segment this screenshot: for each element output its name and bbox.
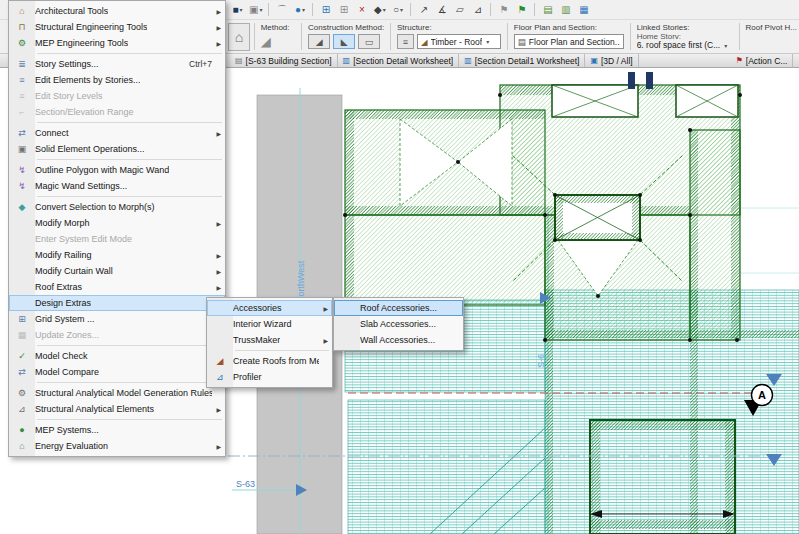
menu-item-label: Magic Wand Settings...	[35, 181, 127, 191]
floor-plan-panel: Floor Plan and Section: ▤ Floor Plan and…	[512, 22, 626, 51]
dropdown-caret-icon: ▾	[383, 6, 386, 13]
tab-section-detail-worksheet[interactable]: ▥[Section Detail Worksheet]	[338, 54, 460, 67]
tab-label: [Section Detail1 Worksheet]	[475, 56, 580, 66]
menu-item-enter-system-edit-mode[interactable]: Enter System Edit Mode	[9, 231, 225, 247]
project-folder-button[interactable]: ▥	[557, 1, 574, 18]
archicad-window: { "glyphs": { "dropdown_caret": "▾", "su…	[0, 0, 799, 534]
tab-3d-all[interactable]: ▣[3D / All]	[585, 54, 638, 67]
dropdown-caret-icon: ▾	[724, 42, 727, 49]
gradient-fill-button[interactable]: ●▾	[291, 1, 308, 18]
divider	[390, 23, 391, 50]
menu-item-design-extras[interactable]: Design Extras▶	[9, 295, 225, 311]
arc-tool-button[interactable]: ⌒	[273, 1, 290, 18]
tab-section-detail1-worksheet[interactable]: ▥[Section Detail1 Worksheet]	[459, 54, 585, 67]
menu-item-label: Design Extras	[35, 298, 91, 308]
roof-plane[interactable]	[345, 215, 545, 305]
structure-select[interactable]: ◢ Timber - Roof ▾	[417, 34, 501, 49]
menu-item-structural-analytical-model-generation-rules[interactable]: ⚙Structural Analytical Model Generation …	[9, 385, 225, 401]
menu-item-label: Modify Railing	[35, 250, 92, 260]
menu-shortcut: Ctrl+7	[189, 59, 212, 69]
menu-item-model-check[interactable]: ✓Model Check▶	[9, 348, 225, 364]
menu-item-outline-polygon-with-magic-wand[interactable]: ↯Outline Polygon with Magic Wand	[9, 162, 225, 178]
flag-green-button[interactable]: ⚑	[513, 1, 530, 18]
menu-item-solid-element-operations[interactable]: ▣Solid Element Operations...	[9, 141, 225, 157]
remove-guides-button[interactable]: ×	[353, 1, 370, 18]
tab-label: [Action C...	[746, 56, 788, 66]
roof-tool-button[interactable]: ⌂	[228, 23, 250, 51]
menu-item-label: Solid Element Operations...	[35, 144, 145, 154]
menu-item-label: Architectural Tools	[35, 6, 108, 16]
menu-item-edit-story-levels[interactable]: ≡Edit Story Levels	[9, 88, 225, 104]
project-folder-icon: ▥	[561, 5, 570, 15]
menu-item-mep-engineering-tools[interactable]: ⚙MEP Engineering Tools▶	[9, 35, 225, 51]
menu-item-architectural-tools[interactable]: ⌂Architectural Tools▶	[9, 3, 225, 19]
submenu-item-interior-wizard[interactable]: Interior Wizard	[207, 316, 332, 332]
menu-item-grid-system[interactable]: ⊞Grid System ...	[9, 311, 225, 327]
grid-snap-button[interactable]: ⊞	[317, 1, 334, 18]
menu-item-energy-evaluation[interactable]: ⌂Energy Evaluation▶	[9, 438, 225, 454]
submenu-arrow-icon: ▶	[212, 443, 225, 450]
submenu-item-create-roofs-from-mesh[interactable]: ◢Create Roofs from Mesh	[207, 353, 332, 369]
measure-button[interactable]: ↗	[415, 1, 432, 18]
fill-color-button[interactable]: ▣▾	[247, 1, 264, 18]
menu-item-modify-morph[interactable]: Modify Morph▶	[9, 215, 225, 231]
menu-item-label: Connect	[35, 128, 69, 138]
menu-separator	[37, 159, 222, 160]
menu-item-model-compare[interactable]: ⇄Model Compare	[9, 364, 225, 380]
measure-icon: ↗	[420, 5, 428, 15]
submenu-arrow-icon: ▶	[212, 8, 225, 15]
menu-item-update-zones[interactable]: ▦Update Zones...	[9, 327, 225, 343]
protractor-button[interactable]: ∡	[433, 1, 450, 18]
menu-item-structural-analytical-elements[interactable]: ⊿Structural Analytical Elements▶	[9, 401, 225, 417]
rotated-grid-button[interactable]: ⊞	[335, 1, 352, 18]
menu-item-convert-selection-to-morph-s[interactable]: ◆Convert Selection to Morph(s)	[9, 199, 225, 215]
model-check-icon: ✓	[9, 352, 35, 361]
menu-item-edit-elements-by-stories[interactable]: ≡Edit Elements by Stories...	[9, 72, 225, 88]
menu-item-section-elevation-range[interactable]: ⌐Section/Elevation Range	[9, 104, 225, 120]
divider	[301, 23, 302, 50]
snap-circle-button[interactable]: ○▾	[389, 1, 406, 18]
menu-item-modify-railing[interactable]: Modify Railing▶	[9, 247, 225, 263]
menu-item-label: Roof Accessories...	[360, 303, 437, 313]
submenu-item-accessories[interactable]: Accessories▶	[207, 300, 332, 316]
tab-action-c[interactable]: ⚑[Action C...	[731, 54, 794, 67]
structure-type-button[interactable]: ≡	[397, 34, 414, 49]
home-story-select[interactable]: 6. roof space first (C... ▾	[637, 39, 733, 51]
tab-s-63-building-section[interactable]: ▤[S-63 Building Section]	[230, 54, 338, 67]
submenu-item-trussmaker[interactable]: TrussMaker▶	[207, 332, 332, 348]
area-measure-button[interactable]: ▱	[451, 1, 468, 18]
flag-button[interactable]: ⚑	[495, 1, 512, 18]
timber-roof-icon: ◢	[421, 37, 428, 47]
mep-systems-icon: ●	[9, 426, 35, 435]
subsubmenu-item-roof-accessories[interactable]: Roof Accessories...	[334, 300, 463, 316]
construction-method-3-button[interactable]: ▭	[358, 34, 380, 49]
submenu-arrow-icon: ▶	[212, 406, 225, 413]
menu-item-connect[interactable]: ⇄Connect▶	[9, 125, 225, 141]
menu-item-mep-systems[interactable]: ●MEP Systems...	[9, 422, 225, 438]
subsubmenu-item-wall-accessories[interactable]: Wall Accessories...	[334, 332, 463, 348]
worksheet-tab-icon: ▥	[343, 57, 351, 65]
tab-label: [Section Detail Worksheet]	[353, 56, 453, 66]
angle-measure-button[interactable]: ⊿	[469, 1, 486, 18]
subsubmenu-item-slab-accessories[interactable]: Slab Accessories...	[334, 316, 463, 332]
snap-point-button[interactable]: ◆▾	[371, 1, 388, 18]
pen-color-button[interactable]: ■▾	[229, 1, 246, 18]
menu-item-modify-curtain-wall[interactable]: Modify Curtain Wall▶	[9, 263, 225, 279]
menu-item-roof-extras[interactable]: Roof Extras▶	[9, 279, 225, 295]
construction-method-panel: Construction Method: ◢ ◣ ▭	[306, 22, 386, 51]
pen-color-icon: ■	[232, 5, 238, 15]
menu-item-label: Section/Elevation Range	[35, 107, 134, 117]
home-story-label: Home Story:	[637, 31, 733, 40]
publisher-folder-button[interactable]: ▤	[539, 1, 556, 18]
menu-item-story-settings[interactable]: ≣Story Settings...Ctrl+7	[9, 56, 225, 72]
construction-method-2-button[interactable]: ◣	[333, 34, 355, 49]
construction-method-1-button[interactable]: ◢	[308, 34, 330, 49]
new-window-button[interactable]: ▦	[575, 1, 592, 18]
profiler-icon: ⊿	[207, 373, 233, 382]
menu-item-magic-wand-settings[interactable]: ↯Magic Wand Settings...	[9, 178, 225, 194]
divider	[739, 23, 740, 50]
s6-label: S-6	[536, 354, 546, 368]
menu-item-structural-engineering-tools[interactable]: ⊓Structural Engineering Tools▶	[9, 19, 225, 35]
submenu-item-profiler[interactable]: ⊿Profiler	[207, 369, 332, 385]
floor-plan-select[interactable]: ▤ Floor Plan and Section...	[514, 34, 624, 49]
